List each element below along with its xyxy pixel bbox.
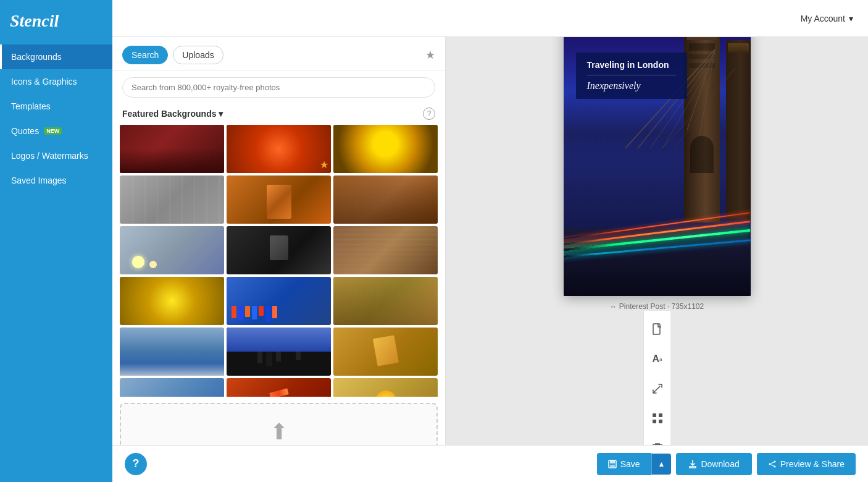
image-grid-container: ★ xyxy=(112,125,445,397)
svg-rect-9 xyxy=(653,413,656,417)
svg-point-19 xyxy=(774,460,775,462)
my-account-label: My Account xyxy=(801,14,845,23)
canvas-area: Traveling in London Inexpensively ↔ Pint… xyxy=(446,37,868,445)
list-item[interactable] xyxy=(120,226,224,274)
help-icon[interactable]: ? xyxy=(423,108,435,120)
right-toolbar: Aa xyxy=(643,311,670,445)
favorites-star-icon[interactable]: ★ xyxy=(425,48,435,62)
search-box xyxy=(112,71,445,104)
download-button[interactable]: Download xyxy=(676,453,751,475)
sidebar: Stencil Backgrounds Icons & Graphics Tem… xyxy=(0,0,112,482)
list-item[interactable] xyxy=(333,226,438,274)
save-group: Save ▲ xyxy=(597,453,672,475)
image-grid: ★ xyxy=(120,125,438,397)
bottom-bar: ? Save ▲ Download Preview & Share xyxy=(112,445,868,482)
resize-icon[interactable] xyxy=(649,380,666,397)
chevron-down-icon: ▾ xyxy=(849,14,853,23)
svg-point-18 xyxy=(769,463,770,465)
search-input[interactable] xyxy=(122,77,435,98)
trash-icon[interactable] xyxy=(649,439,666,445)
list-item[interactable] xyxy=(120,378,224,397)
list-item[interactable]: ★ xyxy=(227,125,331,173)
svg-rect-11 xyxy=(653,420,656,423)
file-icon[interactable] xyxy=(649,321,666,338)
list-item[interactable] xyxy=(227,328,331,376)
save-button[interactable]: Save xyxy=(597,453,651,475)
sidebar-item-label: Backgrounds xyxy=(11,52,62,62)
featured-dropdown[interactable]: Featured Backgrounds ▾ xyxy=(122,109,223,119)
left-panel: Search Uploads ★ Featured Backgrounds ▾ … xyxy=(112,37,446,445)
sidebar-item-quotes[interactable]: Quotes NEW xyxy=(0,119,112,143)
content-area: Search Uploads ★ Featured Backgrounds ▾ … xyxy=(112,37,868,445)
svg-rect-8 xyxy=(653,324,660,334)
list-item[interactable] xyxy=(333,328,438,376)
overlay-subtitle: Inexpensively xyxy=(587,80,676,91)
upload-backgrounds-area[interactable]: ⬆ Upload Backgrounds xyxy=(120,403,438,445)
canvas-size-info: ↔ Pinterest Post · 735x1102 xyxy=(610,302,704,311)
featured-header: Featured Backgrounds ▾ ? xyxy=(112,104,445,125)
sidebar-item-label: Templates xyxy=(11,101,51,111)
list-item[interactable] xyxy=(120,125,224,173)
canvas-text-overlay: Traveling in London Inexpensively xyxy=(576,53,687,99)
overlay-title: Traveling in London xyxy=(587,60,676,70)
canvas-image[interactable]: Traveling in London Inexpensively xyxy=(564,37,751,296)
list-item[interactable] xyxy=(333,125,438,173)
list-item[interactable] xyxy=(227,226,331,274)
list-item[interactable] xyxy=(120,328,224,376)
sidebar-item-label: Quotes xyxy=(11,126,39,136)
main-wrapper: My Account ▾ Search Uploads ★ Featured B… xyxy=(112,0,868,482)
preview-share-button[interactable]: Preview & Share xyxy=(757,453,856,475)
save-dropdown-button[interactable]: ▲ xyxy=(651,454,672,475)
sidebar-item-label: Logos / Watermarks xyxy=(11,151,88,161)
sidebar-item-label: Saved Images xyxy=(11,175,67,185)
svg-rect-16 xyxy=(610,460,615,463)
svg-rect-10 xyxy=(659,413,662,417)
canvas-size-label: Pinterest Post · 735x1102 xyxy=(619,302,704,311)
list-item[interactable] xyxy=(227,175,331,224)
new-badge: NEW xyxy=(44,127,62,135)
sidebar-item-icons-graphics[interactable]: Icons & Graphics xyxy=(0,69,112,94)
upload-cloud-icon: ⬆ xyxy=(270,419,288,445)
list-item[interactable] xyxy=(120,175,224,224)
sidebar-item-label: Icons & Graphics xyxy=(11,77,77,87)
sidebar-nav: Backgrounds Icons & Graphics Templates Q… xyxy=(0,44,112,193)
list-item[interactable] xyxy=(333,378,438,397)
svg-line-21 xyxy=(770,462,774,463)
tab-search[interactable]: Search xyxy=(122,46,168,64)
my-account-menu[interactable]: My Account ▾ xyxy=(801,14,853,23)
resize-icon: ↔ xyxy=(610,303,617,310)
svg-line-22 xyxy=(770,464,774,465)
svg-rect-12 xyxy=(659,420,662,423)
svg-point-20 xyxy=(774,465,775,467)
panel-tabs: Search Uploads ★ xyxy=(112,37,445,71)
list-item[interactable] xyxy=(227,277,331,325)
header: My Account ▾ xyxy=(112,0,868,37)
chevron-down-icon: ▾ xyxy=(219,109,223,119)
tab-uploads[interactable]: Uploads xyxy=(173,46,223,64)
sidebar-item-logos-watermarks[interactable]: Logos / Watermarks xyxy=(0,143,112,168)
grid-icon[interactable] xyxy=(649,410,666,427)
list-item[interactable] xyxy=(227,378,331,397)
list-item[interactable] xyxy=(120,277,224,325)
text-icon[interactable]: Aa xyxy=(649,350,666,368)
list-item[interactable] xyxy=(333,175,438,224)
svg-rect-17 xyxy=(610,465,615,467)
help-button[interactable]: ? xyxy=(125,453,147,475)
sidebar-item-saved-images[interactable]: Saved Images xyxy=(0,168,112,193)
canvas-content: Traveling in London Inexpensively ↔ Pint… xyxy=(564,37,751,311)
featured-label-text: Featured Backgrounds xyxy=(122,109,216,119)
list-item[interactable] xyxy=(333,277,438,325)
sidebar-item-templates[interactable]: Templates xyxy=(0,94,112,119)
app-logo: Stencil xyxy=(0,0,112,44)
sidebar-item-backgrounds[interactable]: Backgrounds xyxy=(0,44,112,69)
